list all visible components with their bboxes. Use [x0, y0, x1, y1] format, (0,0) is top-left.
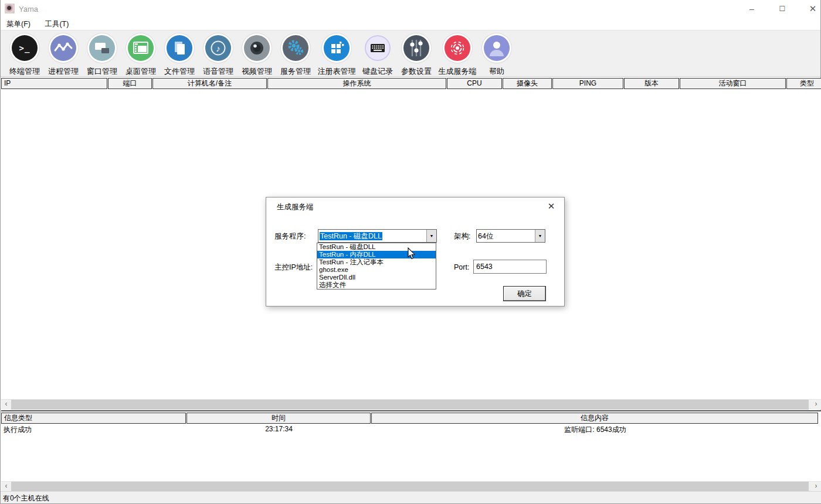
toolbar-item-window[interactable]: 窗口管理	[84, 35, 120, 77]
app-logo-icon	[5, 4, 15, 13]
column-header-version[interactable]: 版本	[624, 78, 679, 89]
toolbar-item-services[interactable]: 服务管理	[277, 35, 314, 77]
dropdown-item[interactable]: TestRun - 磁盘DLL	[317, 243, 436, 251]
menu-bar: 菜单(F) 工具(T)	[1, 18, 820, 30]
log-cell-time: 23:17:34	[186, 425, 371, 435]
column-header-time[interactable]: 时间	[186, 413, 371, 424]
column-header-info-content[interactable]: 信息内容	[371, 413, 818, 424]
scroll-right-icon[interactable]: ›	[811, 482, 821, 492]
column-header-type[interactable]: 类型	[786, 78, 821, 89]
person-icon	[484, 35, 510, 61]
column-header-active-window[interactable]: 活动窗口	[680, 78, 786, 89]
dropdown-item[interactable]: ghost.exe	[317, 266, 436, 274]
arch-label: 架构:	[454, 231, 470, 241]
menu-item-main[interactable]: 菜单(F)	[1, 18, 36, 29]
column-header-camera[interactable]: 摄像头	[503, 78, 552, 89]
music-note-icon: ♪	[205, 35, 231, 61]
app-title: Yama	[19, 5, 38, 13]
title-bar: Yama – ☐ ✕	[1, 0, 820, 18]
master-ip-label: 主控IP地址:	[274, 263, 313, 273]
toolbar-item-desktop[interactable]: 桌面管理	[123, 35, 159, 77]
log-cell-content: 监听端口: 6543成功	[371, 425, 819, 435]
toolbar-item-video[interactable]: 视频管理	[239, 35, 275, 77]
mouse-cursor	[408, 247, 417, 263]
dialog-title: 生成服务端	[277, 202, 314, 212]
activity-icon	[50, 35, 76, 61]
column-header-ip[interactable]: IP	[1, 78, 107, 89]
minimize-icon[interactable]: –	[738, 0, 765, 18]
column-header-cpu[interactable]: CPU	[447, 78, 502, 89]
dialog-close-icon[interactable]: ✕	[545, 201, 557, 212]
menu-item-tools[interactable]: 工具(T)	[39, 18, 74, 29]
gears-icon	[283, 35, 308, 61]
dialog-title-bar: 生成服务端 ✕	[266, 197, 564, 215]
camera-lens-icon	[244, 35, 270, 61]
service-program-label: 服务程序:	[274, 231, 306, 241]
log-table-header: 信息类型 时间 信息内容	[1, 413, 821, 424]
port-input[interactable]: 6543	[473, 260, 547, 274]
column-header-port[interactable]: 端口	[108, 78, 152, 89]
ok-button[interactable]: 确定	[503, 286, 546, 301]
log-panel: 信息类型 时间 信息内容 执行成功 23:17:34 监听端口: 6543成功	[1, 410, 821, 481]
status-bar: 有0个主机在线	[1, 491, 821, 503]
dropdown-item[interactable]: TestRun - 注入记事本	[317, 258, 436, 266]
app-window: Yama – ☐ ✕ 菜单(F) 工具(T) >_ 终端管理 进程管理 窗口管理	[0, 0, 821, 504]
toolbar-item-keylog[interactable]: 键盘记录	[359, 35, 396, 77]
log-cell-type: 执行成功	[1, 425, 186, 435]
toolbar-item-file[interactable]: 文件管理	[161, 35, 198, 77]
column-header-info-type[interactable]: 信息类型	[1, 413, 186, 424]
dropdown-item[interactable]: ServerDll.dll	[317, 274, 436, 281]
maximize-icon[interactable]: ☐	[769, 0, 796, 18]
scroll-right-icon[interactable]: ›	[811, 400, 821, 410]
host-list-hscrollbar[interactable]: ‹ ›	[1, 399, 821, 409]
registry-grid-icon	[324, 35, 350, 61]
toolbar-item-params[interactable]: 参数设置	[398, 35, 435, 77]
dropdown-item-selected[interactable]: TestRun - 内存DLL	[317, 251, 436, 258]
chevron-down-icon[interactable]: ▼	[535, 230, 545, 242]
scroll-left-icon[interactable]: ‹	[1, 400, 11, 410]
scrollbar-thumb[interactable]	[11, 400, 809, 410]
scroll-left-icon[interactable]: ‹	[1, 482, 11, 492]
toolbar-item-process[interactable]: 进程管理	[45, 35, 82, 77]
service-program-value: TestRun - 磁盘DLL	[320, 232, 382, 240]
arch-combobox[interactable]: 64位 ▼	[476, 229, 545, 243]
column-header-os[interactable]: 操作系统	[267, 78, 446, 89]
arch-value: 64位	[478, 231, 493, 241]
port-label: Port:	[454, 263, 469, 271]
windows-icon	[89, 35, 115, 61]
toolbar-item-help[interactable]: 帮助	[480, 35, 513, 77]
service-program-dropdown: TestRun - 磁盘DLL TestRun - 内存DLL TestRun …	[317, 243, 436, 290]
log-row[interactable]: 执行成功 23:17:34 监听端口: 6543成功	[1, 425, 821, 435]
target-icon	[445, 35, 470, 61]
toolbar-item-registry[interactable]: 注册表管理	[316, 35, 357, 77]
service-program-combobox[interactable]: TestRun - 磁盘DLL ▼	[318, 229, 437, 243]
keyboard-icon	[365, 35, 391, 61]
sliders-icon	[403, 35, 429, 61]
toolbar-item-audio[interactable]: ♪ 语音管理	[200, 35, 236, 77]
terminal-icon: >_	[12, 35, 38, 61]
toolbar: >_ 终端管理 进程管理 窗口管理 桌面管理 文件管理	[1, 30, 820, 77]
close-icon[interactable]: ✕	[799, 0, 821, 18]
log-list-hscrollbar[interactable]: ‹ ›	[1, 481, 821, 491]
chevron-down-icon[interactable]: ▼	[426, 230, 436, 242]
column-header-ping[interactable]: PING	[552, 78, 623, 89]
toolbar-item-terminal[interactable]: >_ 终端管理	[6, 35, 43, 77]
desktop-icon	[128, 35, 154, 61]
status-text: 有0个主机在线	[3, 494, 49, 502]
host-table-header: IP 端口 计算机名/备注 操作系统 CPU 摄像头 PING 版本 活动窗口 …	[1, 78, 821, 89]
file-icon	[167, 35, 192, 61]
scrollbar-thumb[interactable]	[11, 482, 809, 492]
toolbar-item-generate[interactable]: 生成服务端	[437, 35, 478, 77]
column-header-computer-name[interactable]: 计算机名/备注	[152, 78, 267, 89]
dropdown-item[interactable]: 选择文件	[317, 281, 436, 289]
